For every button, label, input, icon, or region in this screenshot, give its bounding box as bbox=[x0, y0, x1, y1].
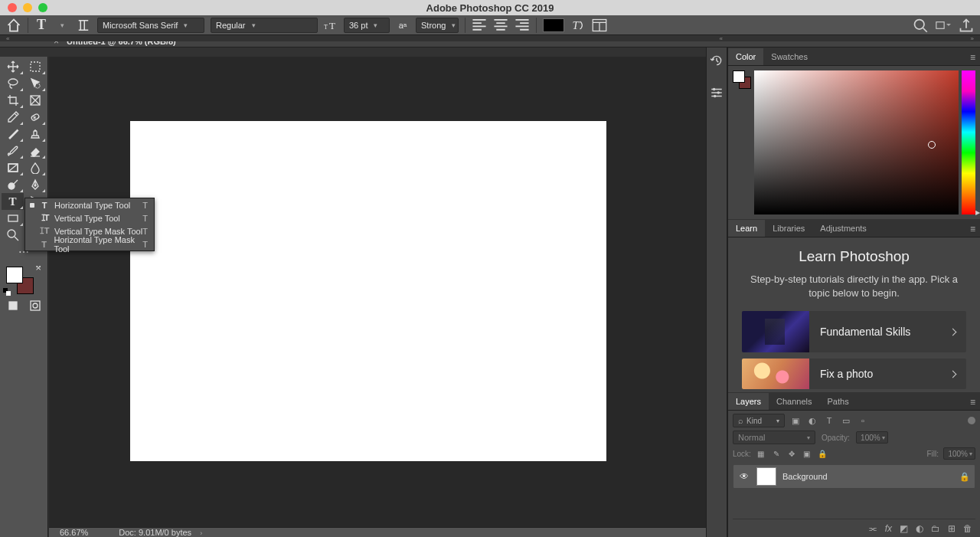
tab-layers[interactable]: Layers bbox=[728, 393, 769, 410]
lock-transparency-icon[interactable]: ▦ bbox=[756, 450, 766, 458]
separator bbox=[536, 18, 537, 33]
properties-panel-icon[interactable] bbox=[710, 86, 724, 100]
status-menu-button[interactable]: › bbox=[200, 529, 202, 537]
filter-smart-icon[interactable]: ▫ bbox=[857, 416, 869, 426]
dodge-tool[interactable] bbox=[2, 176, 24, 193]
eyedropper-tool[interactable] bbox=[2, 109, 24, 126]
color-fgbg-mini[interactable] bbox=[733, 70, 751, 214]
foreground-background-colors[interactable]: ⤧ bbox=[2, 262, 46, 296]
layer-group-button[interactable]: 🗀 bbox=[931, 523, 940, 534]
lock-artboard-icon[interactable]: ▣ bbox=[802, 450, 812, 458]
font-family-select[interactable]: Microsoft Sans Serif ▾ bbox=[97, 18, 204, 33]
learn-card-fundamental[interactable]: Fundamental Skills bbox=[742, 311, 966, 352]
character-panel-toggle[interactable] bbox=[592, 18, 607, 33]
tab-learn[interactable]: Learn bbox=[728, 220, 765, 237]
font-style-select[interactable]: Regular ▾ bbox=[211, 18, 318, 33]
standard-mode-button[interactable] bbox=[2, 297, 24, 314]
filter-adjustment-icon[interactable]: ◐ bbox=[806, 416, 818, 426]
history-brush-tool[interactable] bbox=[2, 142, 24, 159]
document-canvas[interactable] bbox=[130, 121, 606, 461]
fill-input[interactable]: 100%▾ bbox=[943, 447, 975, 460]
hue-slider[interactable]: ▶ bbox=[962, 70, 975, 214]
layer-mask-button[interactable]: ◩ bbox=[900, 523, 908, 534]
rectangle-tool[interactable] bbox=[2, 210, 24, 227]
type-tool[interactable]: T bbox=[2, 193, 24, 210]
tab-swatches[interactable]: Swatches bbox=[763, 48, 815, 65]
quick-mask-mode-button[interactable] bbox=[24, 297, 46, 314]
filter-shape-icon[interactable]: ▭ bbox=[840, 416, 852, 426]
foreground-color-swatch[interactable] bbox=[6, 267, 23, 283]
layer-filter-kind-select[interactable]: Kind ▾ bbox=[733, 414, 785, 427]
align-center-button[interactable] bbox=[493, 18, 508, 33]
tab-channels[interactable]: Channels bbox=[769, 393, 819, 410]
antialias-select[interactable]: Strong ▾ bbox=[416, 18, 459, 33]
blend-mode-select[interactable]: Normal ▾ bbox=[733, 431, 815, 444]
rect-marquee-tool[interactable] bbox=[24, 58, 46, 75]
panel-menu-button[interactable]: ≡ bbox=[970, 224, 975, 234]
align-left-button[interactable] bbox=[472, 18, 487, 33]
lock-position-icon[interactable]: ✥ bbox=[786, 450, 797, 458]
window-minimize-button[interactable] bbox=[23, 3, 32, 12]
new-layer-button[interactable]: ⊞ bbox=[948, 523, 956, 534]
lock-label: Lock: bbox=[733, 450, 751, 458]
tool-preset-picker[interactable]: ▾ bbox=[54, 18, 70, 33]
flyout-vertical-type[interactable]: ꕯT Vertical Type Tool T bbox=[25, 211, 154, 224]
link-layers-button[interactable]: ⫘ bbox=[868, 523, 877, 534]
flyout-item-label: Horizontal Type Mask Tool bbox=[54, 235, 149, 254]
delete-layer-button[interactable]: 🗑 bbox=[963, 523, 972, 534]
crop-tool[interactable] bbox=[2, 92, 24, 109]
home-button[interactable] bbox=[6, 18, 21, 33]
tab-paths[interactable]: Paths bbox=[820, 393, 857, 410]
zoom-level[interactable]: 66.67% bbox=[60, 528, 88, 537]
opacity-input[interactable]: 100%▾ bbox=[856, 431, 888, 444]
share-button[interactable] bbox=[959, 18, 974, 33]
flyout-horizontal-type-mask[interactable]: T Horizontal Type Mask Tool T bbox=[25, 237, 154, 250]
frame-tool[interactable] bbox=[24, 92, 46, 109]
layer-thumbnail[interactable] bbox=[756, 467, 776, 486]
layer-row-background[interactable]: 👁 Background 🔒 bbox=[733, 464, 975, 489]
lock-all-icon[interactable]: 🔒 bbox=[817, 450, 828, 458]
panel-menu-button[interactable]: ≡ bbox=[970, 52, 975, 63]
warp-text-button[interactable]: T bbox=[570, 18, 586, 33]
filter-toggle[interactable] bbox=[968, 417, 975, 424]
layer-name[interactable]: Background bbox=[782, 472, 828, 481]
font-size-select[interactable]: 36 pt ▾ bbox=[344, 18, 390, 33]
align-right-button[interactable] bbox=[514, 18, 530, 33]
color-field[interactable] bbox=[754, 70, 959, 214]
filter-type-icon[interactable]: T bbox=[823, 416, 835, 426]
layer-visibility-toggle[interactable]: 👁 bbox=[738, 471, 750, 482]
move-tool[interactable] bbox=[2, 58, 24, 75]
default-colors-icon[interactable] bbox=[3, 288, 11, 296]
panel-menu-button[interactable]: ≡ bbox=[970, 397, 975, 408]
layer-style-button[interactable]: fx bbox=[885, 523, 892, 534]
history-panel-icon[interactable] bbox=[710, 54, 724, 67]
window-maximize-button[interactable] bbox=[38, 3, 47, 12]
quick-select-tool[interactable] bbox=[24, 75, 46, 92]
swap-colors-icon[interactable]: ⤧ bbox=[35, 264, 41, 272]
lasso-tool[interactable] bbox=[2, 75, 24, 92]
search-button[interactable] bbox=[913, 18, 928, 33]
clone-stamp-tool[interactable] bbox=[24, 126, 46, 142]
zoom-tool[interactable] bbox=[2, 227, 24, 244]
text-orientation-toggle[interactable] bbox=[76, 18, 91, 33]
tab-libraries[interactable]: Libraries bbox=[765, 220, 812, 237]
color-picker-ring[interactable] bbox=[928, 141, 936, 149]
canvas-viewport[interactable] bbox=[49, 57, 727, 527]
tab-color[interactable]: Color bbox=[728, 48, 763, 65]
tab-adjustments[interactable]: Adjustments bbox=[812, 220, 874, 237]
window-close-button[interactable] bbox=[8, 3, 17, 12]
brush-tool[interactable] bbox=[2, 126, 24, 142]
text-color-swatch[interactable] bbox=[543, 18, 564, 32]
flyout-horizontal-type[interactable]: T Horizontal Type Tool T bbox=[25, 198, 154, 211]
filter-pixel-icon[interactable]: ▣ bbox=[789, 416, 802, 426]
healing-brush-tool[interactable] bbox=[24, 109, 46, 126]
lock-pixels-icon[interactable]: ✎ bbox=[771, 450, 782, 458]
blur-tool[interactable] bbox=[24, 159, 46, 176]
learn-card-fix-photo[interactable]: Fix a photo bbox=[742, 359, 966, 389]
adjustment-layer-button[interactable]: ◐ bbox=[916, 523, 923, 534]
pen-tool[interactable] bbox=[24, 176, 46, 193]
eraser-tool[interactable] bbox=[24, 142, 46, 159]
screen-mode-button[interactable] bbox=[936, 18, 951, 33]
gradient-tool[interactable] bbox=[2, 159, 24, 176]
learn-card-thumb bbox=[742, 359, 809, 389]
